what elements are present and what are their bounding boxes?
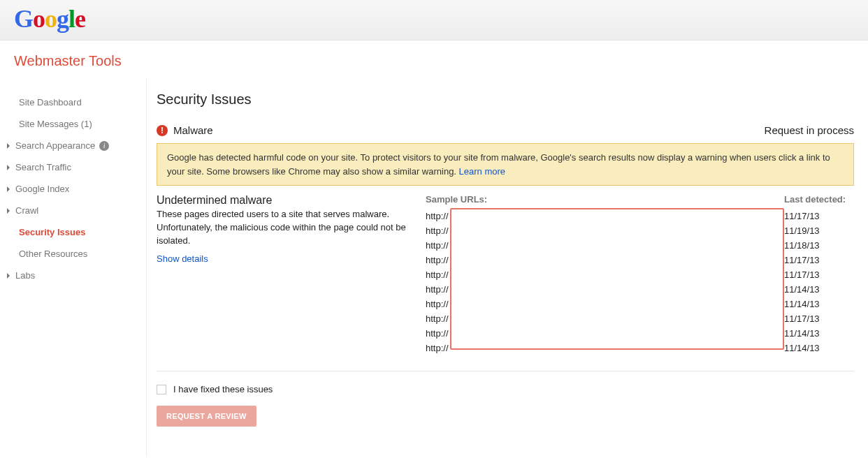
date-row: 11/17/13 <box>784 209 854 223</box>
sidebar-item-security[interactable]: Security Issues <box>0 221 146 243</box>
date-row: 11/14/13 <box>784 326 854 341</box>
detail-title: Undetermined malware <box>157 194 414 207</box>
main-content: Security Issues ! Malware Request in pro… <box>147 79 868 456</box>
sample-urls-header: Sample URLs: <box>426 194 777 205</box>
sidebar-item-crawl[interactable]: Crawl <box>0 200 146 221</box>
sidebar-item-google-index[interactable]: Google Index <box>0 178 146 200</box>
logo-letter-g1: G <box>14 4 33 34</box>
redaction-box <box>450 208 784 350</box>
logo-letter-o1: o <box>33 4 45 34</box>
issue-status: Request in process <box>765 124 854 136</box>
sidebar-item-appearance[interactable]: Search Appearance i <box>0 135 146 156</box>
sidebar: Site Dashboard Site Messages (1) Search … <box>0 79 147 456</box>
sample-urls-column: Sample URLs: http:// http:// http:// htt… <box>426 194 777 355</box>
request-review-button[interactable]: REQUEST A REVIEW <box>157 406 256 427</box>
issue-name: Malware <box>173 124 213 136</box>
fixed-label: I have fixed these issues <box>173 384 273 394</box>
sidebar-item-other[interactable]: Other Resources <box>0 243 146 265</box>
show-details-link[interactable]: Show details <box>157 253 208 264</box>
fixed-issues-row: I have fixed these issues <box>157 384 854 394</box>
date-row: 11/17/13 <box>784 253 854 267</box>
date-row: 11/17/13 <box>784 267 854 282</box>
date-row: 11/19/13 <box>784 223 854 238</box>
product-title[interactable]: Webmaster Tools <box>14 53 854 69</box>
alert-icon: ! <box>157 125 168 136</box>
logo-letter-g2: g <box>57 4 68 34</box>
last-detected-column: Last detected: 11/17/13 11/19/13 11/18/1… <box>784 194 854 355</box>
last-detected-header: Last detected: <box>784 194 854 205</box>
sidebar-item-dashboard[interactable]: Site Dashboard <box>0 91 146 113</box>
logo-letter-o2: o <box>45 4 57 34</box>
sidebar-item-labs[interactable]: Labs <box>0 265 146 286</box>
logo-letter-l: l <box>68 4 75 34</box>
issue-detail-row: Undetermined malware These pages directe… <box>157 194 854 355</box>
sidebar-label-appearance: Search Appearance <box>15 140 95 151</box>
google-logo[interactable]: G o o g l e <box>14 4 854 35</box>
learn-more-link[interactable]: Learn more <box>459 166 505 177</box>
logo-letter-e: e <box>75 4 85 34</box>
date-row: 11/14/13 <box>784 341 854 355</box>
fixed-checkbox[interactable] <box>157 385 166 394</box>
date-row: 11/17/13 <box>784 311 854 326</box>
sidebar-item-traffic[interactable]: Search Traffic <box>0 156 146 178</box>
notice-box: Google has detected harmful code on your… <box>157 143 854 186</box>
sidebar-item-messages[interactable]: Site Messages (1) <box>0 113 146 135</box>
top-header: G o o g l e <box>0 0 868 40</box>
date-row: 11/14/13 <box>784 297 854 311</box>
detail-description: These pages directed users to a site tha… <box>157 208 414 248</box>
issue-header: ! Malware Request in process <box>157 124 854 136</box>
date-row: 11/14/13 <box>784 282 854 297</box>
product-header: Webmaster Tools <box>0 40 868 79</box>
info-icon[interactable]: i <box>99 141 109 151</box>
date-row: 11/18/13 <box>784 238 854 253</box>
page-title: Security Issues <box>157 91 854 108</box>
divider <box>157 371 854 371</box>
